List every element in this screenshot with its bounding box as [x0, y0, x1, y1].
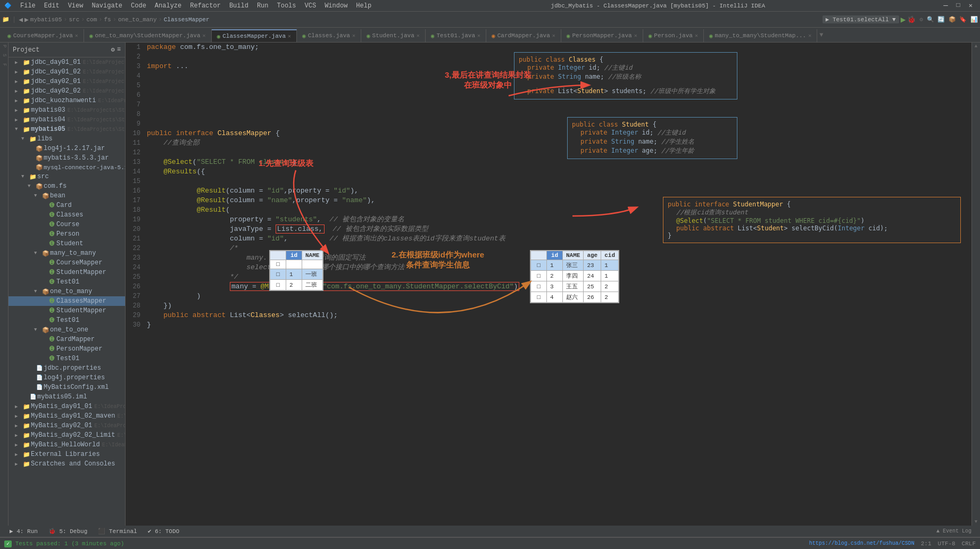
tree-item-log4jprops[interactable]: 📄 log4j.properties: [9, 373, 125, 382]
tab-studentmapper-many[interactable]: ◉ one_to_many\StudentMapper.java ✕: [84, 29, 212, 42]
tab-close-icon[interactable]: ✕: [417, 32, 420, 39]
tree-item-person[interactable]: 🅒 Person: [9, 229, 125, 239]
menu-vcs[interactable]: VCS: [301, 1, 321, 11]
tree-item-test01-many[interactable]: 🅒 Test01: [9, 277, 125, 287]
tab-classesmapper[interactable]: ◉ ClassesMapper.java ✕: [212, 29, 297, 42]
tree-item-libs[interactable]: ▼ 📁 libs: [9, 134, 125, 144]
menu-file[interactable]: File: [16, 1, 40, 11]
tree-item-scratches[interactable]: ▶ 📁 Scratches and Consoles: [9, 459, 125, 469]
tree-item-card[interactable]: 🅒 Card: [9, 201, 125, 210]
csdn-link[interactable]: https://blog.csdn.net/fushua/CSDN: [809, 540, 915, 546]
tree-item-mybatis03[interactable]: ▶ 📁 mybatis03 E:\IdeaProjects\Studyj: [9, 105, 125, 115]
tree-item-classesmapper[interactable]: 🅘 ClassesMapper: [9, 296, 125, 306]
structure-side-icon[interactable]: S: [2, 54, 7, 56]
tree-item-test01-oneone[interactable]: 🅒 Test01: [9, 354, 125, 363]
tab-studentmap-many[interactable]: ◉ many_to_many\StudentMap... ✕: [704, 29, 817, 42]
tree-item-student-bean[interactable]: 🅒 Student: [9, 239, 125, 248]
sidebar-settings-icon[interactable]: ⚙: [111, 46, 115, 54]
tab-coursemapper[interactable]: ◉ CourseMapper.java ✕: [2, 29, 84, 42]
tree-item-mybatis05[interactable]: ▼ 📁 mybatis05 E:\IdeaProjects\Studyjc: [9, 124, 125, 134]
menu-build[interactable]: Build: [225, 1, 253, 11]
breadcrumb-classesmapper[interactable]: ClassesMapper: [164, 16, 210, 23]
tree-item-comfs[interactable]: ▼ 📦 com.fs: [9, 181, 125, 191]
todo-tab[interactable]: ✔ 6: TODO: [143, 528, 185, 535]
tree-item-mybatisday02limit[interactable]: ▶ 📁 MyBatis_day02_02_Limit E:\IdeaPro: [9, 430, 125, 440]
scroll-up-icon[interactable]: ▲: [975, 44, 977, 49]
menu-help[interactable]: Help: [352, 1, 376, 11]
code-editor[interactable]: 1 package com.fs.one_to_many; 2 3 import…: [126, 43, 971, 346]
menu-tools[interactable]: Tools: [273, 1, 301, 11]
tab-close-icon[interactable]: ✕: [695, 32, 698, 39]
toolbar-forward-icon[interactable]: ▶: [24, 15, 29, 24]
tab-cardmapper[interactable]: ◉ CardMapper.java ✕: [486, 29, 561, 42]
event-log-link[interactable]: ▲ Event Log: [932, 528, 976, 534]
run-tab[interactable]: ▶ 4: Run: [4, 528, 43, 535]
tree-item-mybatis04[interactable]: ▶ 📁 mybatis04 E:\IdeaProjects\Studyjc: [9, 115, 125, 124]
terminal-tab[interactable]: ⬛ Terminal: [93, 528, 142, 535]
tab-close-icon[interactable]: ✕: [634, 32, 637, 39]
tree-item-src[interactable]: ▼ 📁 src: [9, 172, 125, 181]
tab-close-icon[interactable]: ✕: [288, 33, 291, 39]
minimize-button[interactable]: ─: [940, 2, 951, 10]
tree-item-jdbcday01_02[interactable]: ▶ 📁 jdbc_day01_02 E:\IdeaProjects\Stud: [9, 67, 125, 77]
menu-navigate[interactable]: Navigate: [87, 1, 127, 11]
menu-code[interactable]: Code: [127, 1, 151, 11]
tree-item-jdbcday02_01[interactable]: ▶ 📁 jdbc_day02_01 E:\IdeaProjects\Stud: [9, 77, 125, 86]
tree-item-cardmapper[interactable]: 🅘 CardMapper: [9, 335, 125, 344]
tree-item-jdbcday01_01[interactable]: ▶ 📁 jdbc_day01_01 E:\IdeaProjects\Stud: [9, 57, 125, 67]
tree-item-classes[interactable]: 🅒 Classes: [9, 210, 125, 220]
menu-edit[interactable]: Edit: [40, 1, 64, 11]
tree-item-jdbcday02_02[interactable]: ▶ 📁 jdbc_day02_02 E:\IdeaProjects\Stud: [9, 86, 125, 96]
tab-close-icon[interactable]: ✕: [477, 32, 480, 39]
tree-item-one_to_one[interactable]: ▼ 📦 one_to_one: [9, 325, 125, 335]
tree-item-kuozhanwenti[interactable]: ▶ 📁 jdbc_kuozhanwenti E:\IdeaProject: [9, 96, 125, 105]
menu-view[interactable]: View: [64, 1, 88, 11]
tree-item-one_to_many[interactable]: ▼ 📦 one_to_many: [9, 287, 125, 296]
tab-close-icon[interactable]: ✕: [352, 32, 355, 39]
tree-item-mybatisconfig[interactable]: 📄 MyBatisConfig.xml: [9, 382, 125, 392]
tree-item-external-libs[interactable]: ▶ 📁 External Libraries: [9, 450, 125, 459]
menu-refactor[interactable]: Refactor: [186, 1, 225, 11]
project-side-icon[interactable]: P: [2, 45, 7, 47]
tree-item-coursemapper[interactable]: 🅘 CourseMapper: [9, 258, 125, 268]
favorites-side-icon[interactable]: F: [2, 63, 7, 66]
tab-test01-one[interactable]: ◉ Test01.java ✕: [426, 29, 486, 42]
close-button[interactable]: ✕: [966, 2, 976, 10]
tree-item-jdbcprops[interactable]: 📄 jdbc.properties: [9, 363, 125, 373]
tree-item-mybatis05iml[interactable]: 📄 mybatis05.iml: [9, 392, 125, 402]
run-button[interactable]: ▶: [901, 14, 906, 25]
maximize-button[interactable]: □: [953, 2, 964, 10]
breadcrumb-one_to_many[interactable]: one_to_many: [118, 16, 157, 23]
tab-person[interactable]: ◉ Person.java ✕: [643, 29, 704, 42]
breadcrumb-src[interactable]: src: [69, 16, 79, 23]
tree-item-mybatisday01_02[interactable]: ▶ 📁 MyBatis_day01_02_maven E:\IdeaProje: [9, 411, 125, 421]
tab-close-icon[interactable]: ✕: [808, 32, 811, 39]
sidebar-collapse-icon[interactable]: ≡: [117, 46, 121, 54]
tab-overflow[interactable]: ▼: [817, 31, 825, 39]
tree-item-mysqljar[interactable]: 📦 mysql-connector-java-5.1.37-: [9, 163, 125, 172]
breadcrumb-com[interactable]: com: [87, 16, 97, 23]
debug-tab[interactable]: 🐞 5: Debug: [43, 528, 93, 535]
breadcrumb-mybatis05[interactable]: mybatis05: [30, 16, 62, 23]
tree-item-many_to_many[interactable]: ▼ 📦 many_to_many: [9, 248, 125, 258]
menu-run[interactable]: Run: [253, 1, 273, 11]
tree-item-personmapper[interactable]: 🅘 PersonMapper: [9, 344, 125, 354]
tree-item-mybatishello[interactable]: ▶ 📁 MyBatis_HelloWorld E:\IdeaProje: [9, 440, 125, 450]
tree-item-mybatisday02[interactable]: ▶ 📁 MyBatis_day02_01 E:\IdeaProjects\: [9, 421, 125, 430]
menu-window[interactable]: Window: [320, 1, 352, 11]
tree-item-mybatisjar[interactable]: 📦 mybatis-3.5.3.jar: [9, 153, 125, 163]
tab-student[interactable]: ◉ Student.java ✕: [361, 29, 426, 42]
scroll-down-icon[interactable]: ▼: [975, 519, 977, 525]
tab-classes[interactable]: ◉ Classes.java ✕: [297, 29, 361, 42]
tree-item-course[interactable]: 🅒 Course: [9, 220, 125, 229]
debug-button[interactable]: 🐞: [907, 15, 916, 24]
encoding[interactable]: UTF-8: [938, 540, 956, 547]
toolbar-back-icon[interactable]: ◀: [19, 15, 23, 24]
breadcrumb-fs[interactable]: fs: [104, 16, 111, 23]
tab-close-icon[interactable]: ✕: [203, 32, 206, 39]
tree-item-test01-one[interactable]: 🅒 Test01: [9, 315, 125, 325]
tab-close-icon[interactable]: ✕: [75, 32, 78, 39]
window-controls[interactable]: ─ □ ✕: [940, 2, 976, 10]
line-ending[interactable]: CRLF: [962, 540, 976, 547]
menu-analyze[interactable]: Analyze: [151, 1, 186, 11]
